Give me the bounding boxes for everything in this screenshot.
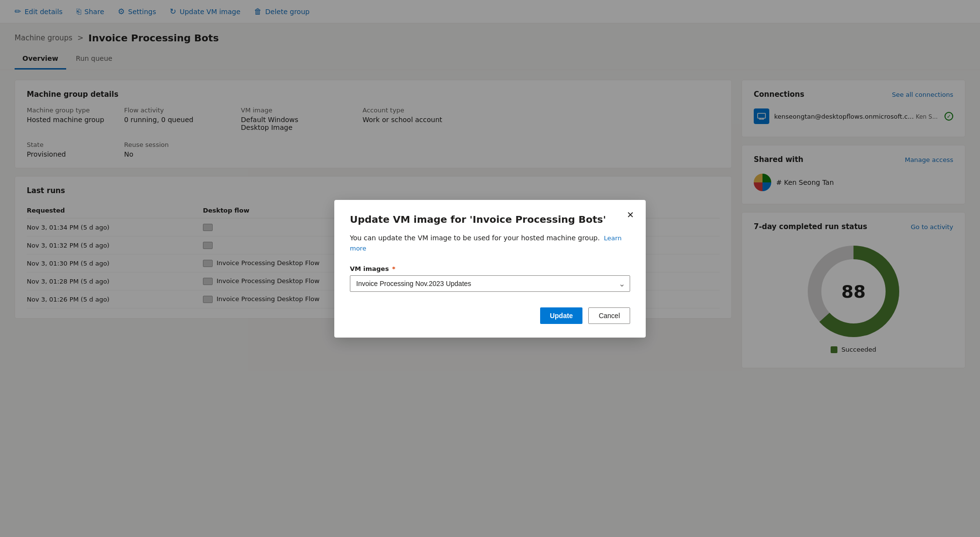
update-button[interactable]: Update (540, 307, 582, 324)
vm-images-label: VM images * (350, 265, 630, 272)
update-vm-image-modal: ✕ Update VM image for 'Invoice Processin… (334, 200, 646, 338)
modal-overlay: ✕ Update VM image for 'Invoice Processin… (0, 0, 980, 537)
vm-images-field: VM images * Invoice Processing Nov.2023 … (350, 265, 630, 292)
modal-title: Update VM image for 'Invoice Processing … (350, 214, 630, 225)
cancel-button[interactable]: Cancel (588, 307, 630, 324)
required-indicator: * (392, 265, 396, 272)
modal-description: You can update the VM image to be used f… (350, 233, 630, 253)
modal-actions: Update Cancel (350, 307, 630, 324)
vm-images-select-wrapper: Invoice Processing Nov.2023 Updates ⌄ (350, 275, 630, 292)
vm-images-select[interactable]: Invoice Processing Nov.2023 Updates (350, 275, 630, 292)
modal-close-button[interactable]: ✕ (623, 208, 638, 222)
